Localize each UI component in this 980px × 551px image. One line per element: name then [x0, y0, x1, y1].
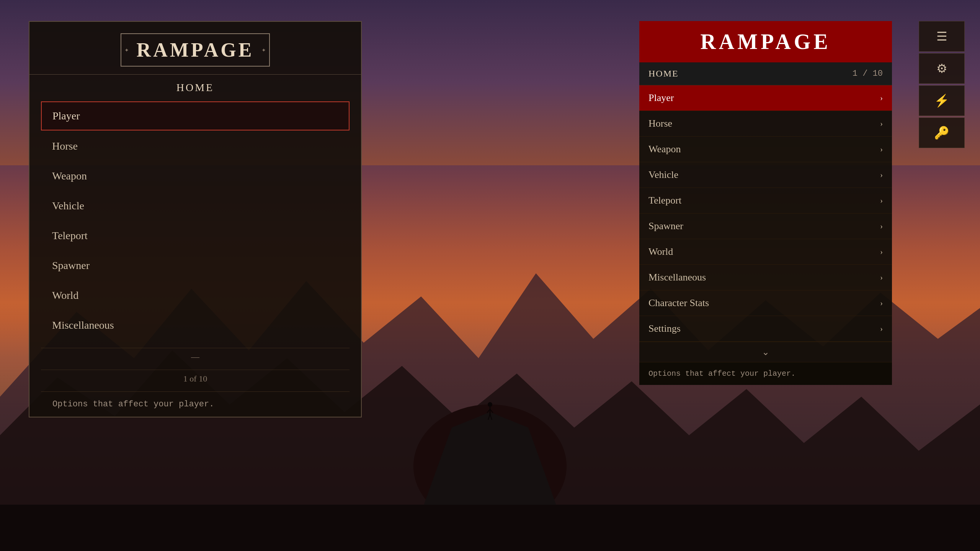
right-menu-item-world-label: World	[648, 246, 673, 258]
right-menu-item-character-stats[interactable]: Character Stats ›	[639, 290, 892, 316]
right-page-count: 1 / 10	[853, 69, 883, 78]
right-menu-item-vehicle-label: Vehicle	[648, 169, 678, 181]
right-menu-item-settings[interactable]: Settings ›	[639, 316, 892, 342]
left-menu-item-teleport[interactable]: Teleport	[41, 222, 350, 250]
chevron-right-icon-world: ›	[880, 248, 883, 256]
right-scroll-down-button[interactable]: ⌄	[639, 342, 892, 362]
left-panel: RAMPAGE HOME Player Horse Weapon Vehicle…	[29, 21, 362, 417]
side-icon-lightning[interactable]: ⚡	[919, 85, 965, 116]
chevron-right-icon-player: ›	[880, 94, 883, 103]
right-menu-item-vehicle[interactable]: Vehicle ›	[639, 162, 892, 188]
left-menu-item-player[interactable]: Player	[41, 101, 350, 130]
chevron-right-icon-weapon: ›	[880, 145, 883, 154]
right-description-text: Options that affect your player.	[648, 369, 795, 378]
right-menu-item-settings-label: Settings	[648, 323, 681, 334]
right-menu-item-player[interactable]: Player ›	[639, 85, 892, 111]
right-header: RAMPAGE	[639, 21, 892, 62]
right-panel: RAMPAGE HOME 1 / 10 Player › Horse › Wea…	[639, 21, 892, 385]
chevron-right-icon-horse: ›	[880, 119, 883, 128]
left-scroll-indicator: —	[41, 348, 350, 366]
right-home-bar: HOME 1 / 10	[639, 62, 892, 85]
right-menu-item-horse-label: Horse	[648, 118, 672, 129]
right-menu-item-miscellaneous[interactable]: Miscellaneous ›	[639, 265, 892, 290]
right-menu-item-miscellaneous-label: Miscellaneous	[648, 272, 706, 283]
left-menu-item-spawner-label: Spawner	[52, 259, 90, 272]
left-menu-item-teleport-label: Teleport	[52, 230, 88, 242]
right-menu-item-teleport-label: Teleport	[648, 195, 681, 206]
right-home-label: HOME	[648, 68, 679, 79]
side-icon-menu[interactable]: ☰	[919, 21, 965, 52]
chevron-right-icon-spawner: ›	[880, 222, 883, 231]
left-menu-item-world[interactable]: World	[41, 281, 350, 310]
left-menu-item-weapon-label: Weapon	[52, 170, 87, 182]
right-menu-item-world[interactable]: World ›	[639, 239, 892, 265]
menu-icon: ☰	[936, 29, 947, 44]
left-description-text: Options that affect your player.	[52, 399, 214, 409]
right-menu-item-horse[interactable]: Horse ›	[639, 111, 892, 137]
lightning-icon: ⚡	[934, 93, 949, 108]
left-description: Options that affect your player.	[41, 391, 350, 409]
left-menu-item-horse[interactable]: Horse	[41, 132, 350, 160]
right-description: Options that affect your player.	[639, 362, 892, 385]
chevron-right-icon-settings: ›	[880, 324, 883, 333]
left-menu-item-vehicle[interactable]: Vehicle	[41, 192, 350, 220]
left-menu-item-horse-label: Horse	[52, 140, 78, 152]
right-menu-item-spawner-label: Spawner	[648, 220, 683, 232]
gear-icon: ⚙	[936, 61, 947, 76]
right-menu-list: Player › Horse › Weapon › Vehicle › Tele…	[639, 85, 892, 342]
left-menu-list: Player Horse Weapon Vehicle Teleport Spa…	[29, 98, 361, 344]
right-menu-item-weapon-label: Weapon	[648, 143, 681, 155]
left-menu-item-world-label: World	[52, 289, 78, 302]
chevron-down-icon: ⌄	[762, 347, 769, 357]
right-menu-item-player-label: Player	[648, 92, 674, 104]
right-menu-item-weapon[interactable]: Weapon ›	[639, 137, 892, 162]
key-icon: 🔑	[934, 126, 949, 140]
side-icon-key[interactable]: 🔑	[919, 117, 965, 148]
right-menu-item-spawner[interactable]: Spawner ›	[639, 214, 892, 239]
left-menu-item-miscellaneous-label: Miscellaneous	[52, 319, 114, 331]
chevron-right-icon-vehicle: ›	[880, 171, 883, 179]
left-menu-item-miscellaneous[interactable]: Miscellaneous	[41, 311, 350, 339]
left-menu-item-weapon[interactable]: Weapon	[41, 162, 350, 190]
left-title-area: RAMPAGE	[29, 22, 361, 75]
title-frame: RAMPAGE	[121, 33, 270, 67]
chevron-right-icon-character-stats: ›	[880, 299, 883, 308]
left-app-title: RAMPAGE	[137, 39, 254, 61]
left-menu-item-player-label: Player	[52, 110, 80, 122]
right-app-title: RAMPAGE	[700, 30, 831, 54]
left-menu-item-spawner[interactable]: Spawner	[41, 251, 350, 280]
left-section-title: HOME	[29, 75, 361, 98]
side-icons-panel: ☰ ⚙ ⚡ 🔑	[919, 21, 965, 148]
chevron-right-icon-teleport: ›	[880, 196, 883, 205]
right-menu-item-teleport[interactable]: Teleport ›	[639, 188, 892, 214]
chevron-right-icon-miscellaneous: ›	[880, 273, 883, 282]
left-page-indicator: 1 of 10	[41, 370, 350, 388]
side-icon-gear[interactable]: ⚙	[919, 53, 965, 84]
right-menu-item-character-stats-label: Character Stats	[648, 297, 709, 309]
left-menu-item-vehicle-label: Vehicle	[52, 200, 84, 212]
